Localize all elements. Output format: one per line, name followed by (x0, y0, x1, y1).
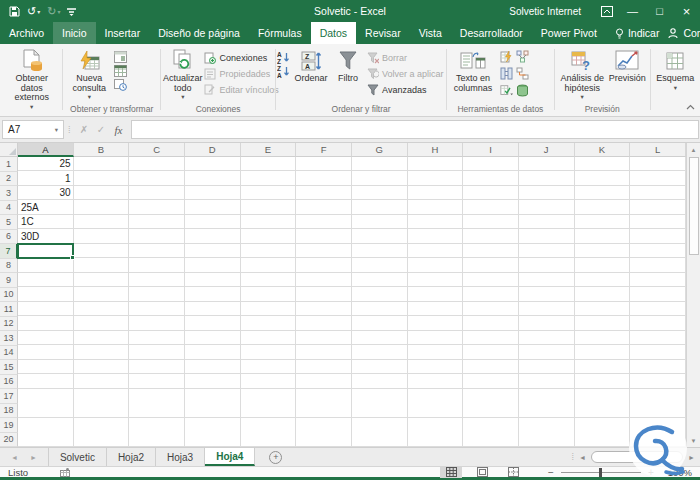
column-header-I[interactable]: I (463, 143, 519, 157)
cell-A4[interactable]: 25A (18, 201, 74, 216)
from-table-icon[interactable] (114, 64, 127, 77)
select-all-corner[interactable] (0, 143, 18, 157)
new-query-button[interactable]: Nueva consulta ▾ (64, 47, 114, 103)
menu-tab-indicar[interactable]: Indicar (606, 22, 669, 44)
normal-view-button[interactable] (440, 467, 462, 478)
row-header-13[interactable]: 13 (0, 331, 18, 346)
menu-tab-desarrollador[interactable]: Desarrollador (451, 22, 532, 44)
row-header-5[interactable]: 5 (0, 215, 18, 230)
data-validation-icon[interactable] (500, 84, 513, 97)
column-header-F[interactable]: F (296, 143, 352, 157)
menu-tab-fórmulas[interactable]: Fórmulas (249, 22, 311, 44)
zoom-in-button[interactable]: + (646, 467, 656, 478)
ribbon-display-options-button[interactable] (595, 0, 619, 22)
row-header-11[interactable]: 11 (0, 302, 18, 317)
vertical-scroll-thumb[interactable] (689, 157, 699, 255)
row-header-14[interactable]: 14 (0, 346, 18, 361)
formula-input[interactable] (131, 120, 699, 139)
cell-A6[interactable]: 30D (18, 230, 74, 245)
row-header-19[interactable]: 19 (0, 418, 18, 433)
page-break-view-button[interactable] (502, 467, 524, 478)
menu-tab-archivo[interactable]: Archivo (0, 22, 53, 44)
save-icon[interactable] (9, 6, 20, 17)
undo-button[interactable]: ↺▾ (27, 5, 40, 18)
row-header-18[interactable]: 18 (0, 404, 18, 419)
zoom-out-button[interactable]: − (546, 467, 556, 478)
forecast-sheet-button[interactable]: Previsión (607, 47, 647, 103)
sort-descending-button[interactable]: ZA (277, 65, 290, 78)
menu-tab-power-pivot[interactable]: Power Pivot (532, 22, 606, 44)
row-header-15[interactable]: 15 (0, 360, 18, 375)
page-layout-view-button[interactable] (471, 467, 493, 478)
column-header-B[interactable]: B (74, 143, 130, 157)
zoom-level[interactable]: 100% (664, 467, 692, 478)
share-button[interactable]: Compartir (668, 22, 700, 44)
flash-fill-icon[interactable] (500, 50, 513, 63)
row-header-10[interactable]: 10 (0, 288, 18, 303)
cell-A1[interactable]: 25 (18, 157, 74, 172)
sort-button[interactable]: ZA Ordenar (290, 47, 332, 103)
menu-tab-datos[interactable]: Datos (311, 22, 356, 44)
get-external-data-button[interactable]: Obtener datos externos ▾ (3, 47, 61, 110)
row-header-6[interactable]: 6 (0, 230, 18, 245)
insert-function-button[interactable]: fx (110, 124, 128, 136)
row-header-8[interactable]: 8 (0, 259, 18, 274)
row-header-1[interactable]: 1 (0, 157, 18, 172)
cell-A2[interactable]: 1 (18, 172, 74, 187)
sheet-tab-hoja4[interactable]: Hoja4 (205, 448, 255, 466)
row-header-17[interactable]: 17 (0, 389, 18, 404)
row-header-12[interactable]: 12 (0, 317, 18, 332)
menu-tab-insertar[interactable]: Insertar (96, 22, 150, 44)
new-sheet-button[interactable]: + (269, 451, 282, 464)
column-header-D[interactable]: D (185, 143, 241, 157)
column-header-E[interactable]: E (241, 143, 297, 157)
sheet-tab-solvetic[interactable]: Solvetic (48, 448, 107, 466)
name-box[interactable]: A7 ▾ (2, 120, 64, 139)
show-queries-icon[interactable] (114, 50, 127, 63)
scroll-right-icon[interactable]: ► (686, 454, 697, 461)
row-header-3[interactable]: 3 (0, 186, 18, 201)
collapse-ribbon-button[interactable] (686, 102, 695, 112)
horizontal-scrollbar[interactable]: ⁞ ◄ ► (571, 448, 700, 466)
filter-button[interactable]: Filtro (332, 47, 364, 103)
row-header-4[interactable]: 4 (0, 201, 18, 216)
cell-A3[interactable]: 30 (18, 186, 74, 201)
column-header-G[interactable]: G (352, 143, 408, 157)
customize-qat-button[interactable] (67, 7, 76, 16)
sort-ascending-button[interactable]: AZ (277, 51, 290, 64)
maximize-button[interactable]: □ (646, 0, 673, 22)
vertical-scrollbar[interactable]: ▲ ▼ (686, 143, 700, 447)
menu-tab-inicio[interactable]: Inicio (53, 22, 96, 44)
zoom-slider-thumb[interactable] (599, 468, 602, 477)
column-header-C[interactable]: C (129, 143, 185, 157)
advanced-filter-button[interactable]: Avanzadas (366, 82, 444, 97)
scroll-left-icon[interactable]: ◄ (577, 454, 588, 461)
cell-A5[interactable]: 1C (18, 215, 74, 230)
what-if-analysis-button[interactable]: ? Análisis de hipótesis ▾ (557, 47, 607, 103)
horizontal-scroll-thumb[interactable] (591, 451, 683, 463)
scroll-up-icon[interactable]: ▲ (687, 143, 700, 156)
menu-tab-vista[interactable]: Vista (410, 22, 451, 44)
sheet-tab-hoja3[interactable]: Hoja3 (156, 448, 205, 466)
close-button[interactable]: × (673, 0, 700, 22)
next-sheet-icon[interactable]: ► (30, 454, 37, 461)
row-header-20[interactable]: 20 (0, 433, 18, 448)
recent-sources-icon[interactable] (114, 78, 127, 91)
tab-splitter[interactable]: ⁞ (571, 452, 574, 462)
previous-sheet-icon[interactable]: ◄ (11, 454, 18, 461)
column-header-A[interactable]: A (18, 143, 74, 157)
zoom-slider[interactable] (561, 472, 641, 473)
row-header-16[interactable]: 16 (0, 375, 18, 390)
row-header-9[interactable]: 9 (0, 273, 18, 288)
menu-tab-revisar[interactable]: Revisar (356, 22, 410, 44)
name-box-caret-icon[interactable]: ▾ (50, 126, 63, 134)
scroll-down-icon[interactable]: ▼ (687, 434, 700, 447)
cells-grid[interactable]: ABCDEFGHIJKL 123456789101112131415161718… (0, 143, 686, 447)
column-header-L[interactable]: L (630, 143, 686, 157)
formula-bar-splitter[interactable]: ⁞ (64, 125, 76, 135)
fill-handle[interactable] (70, 255, 75, 260)
refresh-all-button[interactable]: Actualizar todo ▾ (162, 47, 204, 103)
connections-button[interactable]: Conexiones (204, 50, 279, 65)
selected-cell-outline[interactable] (17, 243, 74, 259)
sheet-tab-hoja2[interactable]: Hoja2 (107, 448, 156, 466)
